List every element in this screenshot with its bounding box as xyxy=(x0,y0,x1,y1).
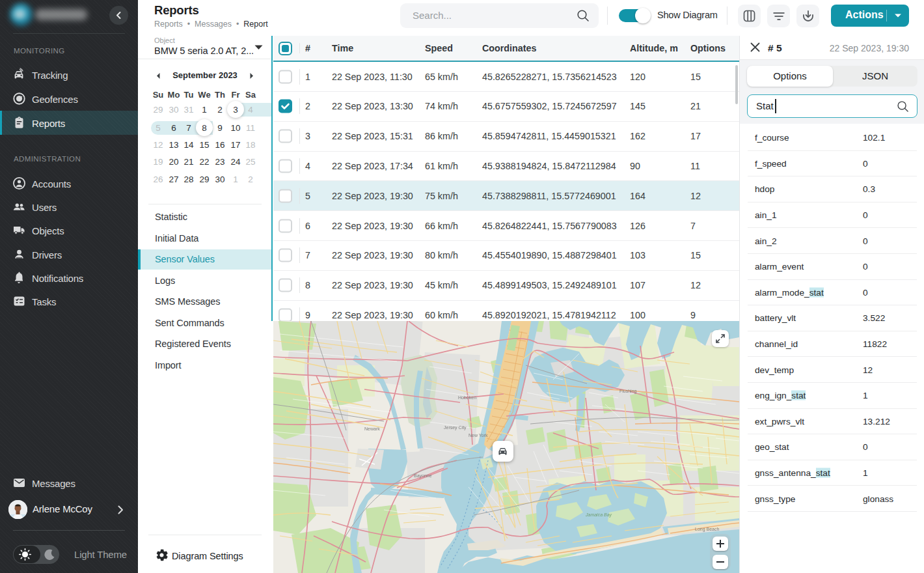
svg-text:Jamaica Bay: Jamaica Bay xyxy=(585,512,612,518)
svg-text:Long Beach: Long Beach xyxy=(695,527,719,532)
svg-text:Flushing: Flushing xyxy=(619,389,637,394)
svg-text:Newark: Newark xyxy=(364,426,380,431)
svg-text:New York: New York xyxy=(469,433,488,438)
svg-text:Hoboken: Hoboken xyxy=(458,395,476,400)
svg-text:Bayonne: Bayonne xyxy=(414,473,432,479)
svg-text:Jersey City: Jersey City xyxy=(444,425,467,430)
